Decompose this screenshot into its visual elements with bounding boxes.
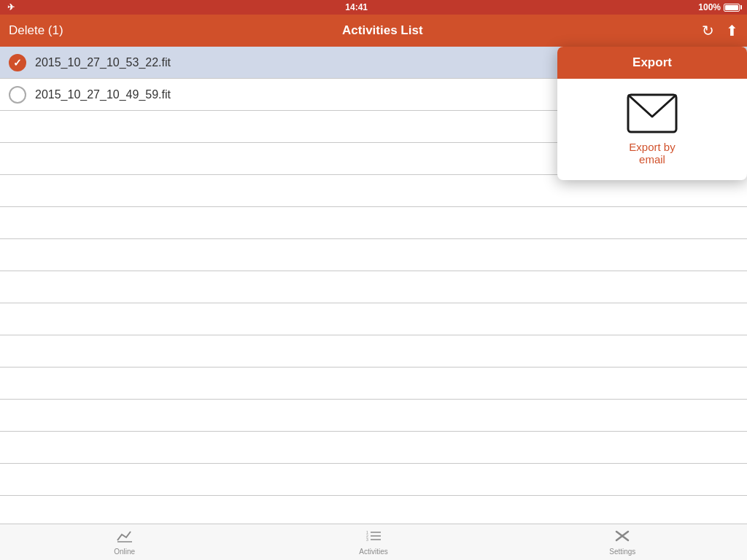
airplane-icon: ✈ bbox=[7, 2, 15, 12]
battery-percent: 100% bbox=[698, 2, 721, 12]
status-right: 100% bbox=[698, 2, 740, 12]
email-icon[interactable] bbox=[627, 93, 678, 133]
tab-online[interactable]: Online bbox=[96, 529, 154, 556]
list-icon: 1 2 3 bbox=[365, 529, 382, 546]
tab-activities[interactable]: 1 2 3 Activities bbox=[344, 529, 403, 556]
header-actions: ↻ ⬆ bbox=[702, 22, 738, 39]
status-left: ✈ bbox=[7, 2, 15, 12]
tools-icon bbox=[614, 529, 631, 546]
chart-icon bbox=[116, 529, 133, 546]
tab-settings[interactable]: Settings bbox=[593, 529, 651, 556]
export-by-email-label[interactable]: Export by email bbox=[629, 141, 675, 166]
refresh-icon[interactable]: ↻ bbox=[702, 22, 714, 39]
popover-dimmer[interactable] bbox=[0, 47, 557, 524]
tab-bar: Online 1 2 3 Activities Settings bbox=[0, 524, 747, 560]
header: Delete (1) Activities List ↻ ⬆ bbox=[0, 15, 747, 47]
popover-body: Export by email bbox=[557, 79, 747, 180]
delete-button[interactable]: Delete (1) bbox=[9, 23, 63, 38]
status-time: 14:41 bbox=[345, 2, 368, 12]
svg-text:3: 3 bbox=[366, 537, 368, 542]
page-title: Activities List bbox=[342, 23, 423, 38]
status-bar: ✈ 14:41 100% bbox=[0, 0, 747, 15]
popover-title: Export bbox=[557, 47, 747, 79]
tab-online-label: Online bbox=[114, 548, 135, 556]
export-popover: Export Export by email bbox=[557, 47, 747, 180]
battery-icon bbox=[724, 4, 740, 12]
tab-settings-label: Settings bbox=[609, 548, 635, 556]
share-icon[interactable]: ⬆ bbox=[726, 22, 738, 39]
tab-activities-label: Activities bbox=[359, 548, 387, 556]
content-area: 2015_10_27_10_53_22.fit 2015_10_27_10_49… bbox=[0, 47, 747, 524]
